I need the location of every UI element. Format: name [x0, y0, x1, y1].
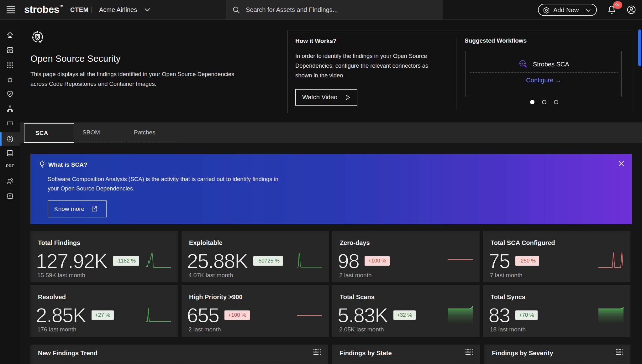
svg-text:</>: </> — [520, 62, 525, 65]
